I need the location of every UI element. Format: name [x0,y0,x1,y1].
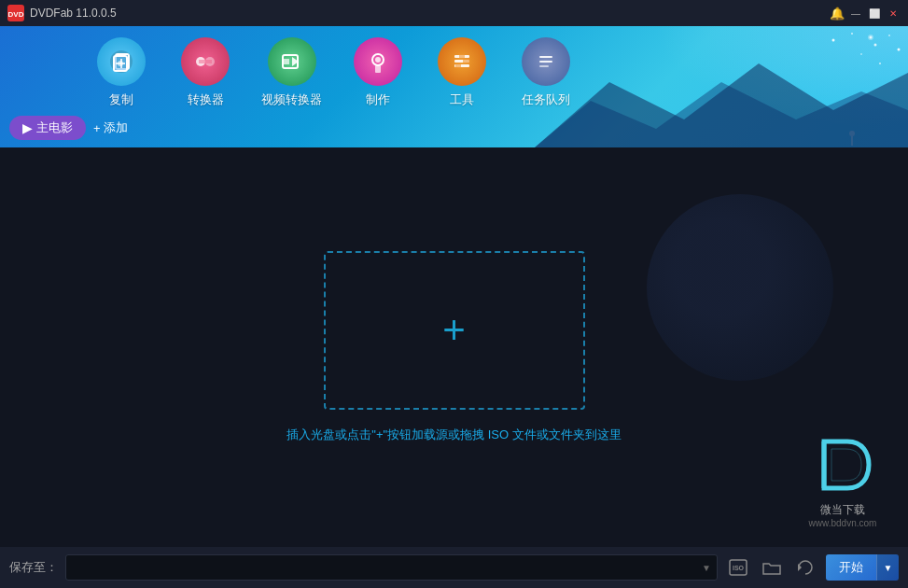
watermark-subtext: www.bddvn.com [809,518,877,528]
subtab-main-movie[interactable]: ▶ 主电影 [9,116,86,140]
main-content: + 插入光盘或点击"+"按钮加载源或拖拽 ISO 文件或文件夹到这里 微当下载 … [0,147,908,547]
start-button-label: 开始 [826,554,876,581]
svg-text:DVD: DVD [8,10,24,19]
watermark-icon [805,427,880,502]
nav-item-videoconv[interactable]: 视频转换器 [261,37,322,108]
titlebar-left: DVD DVDFab 11.0.0.5 [7,5,117,21]
save-label: 保存至： [9,559,58,576]
zhuanhuanqi-label: 转换器 [188,91,224,108]
dropzone[interactable]: + [324,251,585,410]
iso-icon-btn[interactable]: ISO [725,554,751,581]
nav-item-zhizuo[interactable]: 制作 [350,37,406,108]
titlebar: DVD DVDFab 11.0.0.5 🔔 — ⬜ ✕ [0,0,908,26]
notify-icon[interactable]: 🔔 [830,6,845,21]
svg-rect-26 [284,59,289,64]
svg-rect-23 [199,60,212,63]
navbar: 复制 转换器 视频转换器 [0,26,908,147]
nav-item-gongju[interactable]: 工具 [434,37,490,108]
videoconv-icon-circle [268,37,316,86]
svg-rect-20 [116,63,125,64]
gongju-icon-circle [438,37,486,86]
videoconv-label: 视频转换器 [261,91,322,108]
subtab-add[interactable]: + 添加 [93,119,128,136]
nav-icons-row: 复制 转换器 视频转换器 [0,26,908,112]
nav-item-renwu[interactable]: 任务队列 [518,37,574,108]
deco-moon [647,194,833,381]
subtab-add-label: 添加 [104,119,128,136]
svg-rect-37 [539,61,552,63]
svg-point-28 [375,57,381,63]
dropzone-plus-icon: + [442,311,466,350]
app-logo-icon: DVD [7,5,24,21]
titlebar-controls: 🔔 — ⬜ ✕ [830,6,901,21]
restore-icon[interactable]: ⬜ [867,6,882,21]
renwu-label: 任务队列 [522,91,570,108]
svg-rect-35 [455,63,461,68]
play-circle-icon: ▶ [22,120,33,135]
fuzhi-label: 复制 [109,91,133,108]
bottombar: 保存至： ▼ ISO 开始 ▼ [0,547,908,588]
nav-item-fuzhi[interactable]: 复制 [93,37,149,108]
watermark: 微当下载 www.bddvn.com [805,427,880,528]
folder-icon-btn[interactable] [759,554,785,581]
svg-rect-33 [459,54,465,59]
add-icon: + [93,121,101,135]
renwu-icon-circle [522,37,570,86]
app-title: DVDFab 11.0.0.5 [30,7,117,20]
start-button-dropdown-icon[interactable]: ▼ [876,554,899,581]
minimize-icon[interactable]: — [848,6,863,21]
zhizuo-icon-circle [354,37,402,86]
save-path-field[interactable]: ▼ [65,554,718,581]
close-icon[interactable]: ✕ [886,6,901,21]
zhizuo-label: 制作 [366,91,390,108]
svg-rect-34 [463,59,469,63]
watermark-text: 微当下载 [820,502,865,518]
dropdown-arrow-icon: ▼ [702,563,711,573]
gongju-label: 工具 [450,91,474,108]
zhuanhuanqi-icon-circle [181,37,230,86]
svg-rect-38 [539,65,549,67]
svg-rect-36 [539,56,552,58]
subtab-main-movie-label: 主电影 [36,119,73,136]
svg-rect-29 [375,65,381,73]
drop-hint-text: 插入光盘或点击"+"按钮加载源或拖拽 ISO 文件或文件夹到这里 [286,427,621,443]
fuzhi-icon-circle [97,37,146,86]
start-button[interactable]: 开始 ▼ [826,554,899,581]
nav-item-zhuanhuanqi[interactable]: 转换器 [177,37,233,108]
nav-subtabs-row: ▶ 主电影 + 添加 [0,112,908,147]
svg-text:ISO: ISO [733,565,745,571]
refresh-icon-btn[interactable] [792,554,818,581]
